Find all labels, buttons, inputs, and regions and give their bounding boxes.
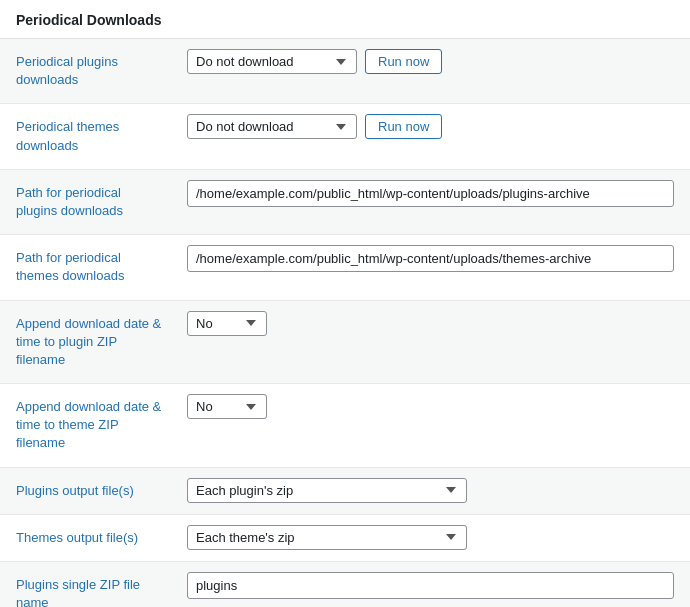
label-periodical-themes-downloads: Periodical themes downloads [0,104,175,168]
settings-row-themes-output-files: Themes output file(s)Each theme's zipSin… [0,515,690,562]
content-path-themes-downloads [175,235,690,282]
content-plugins-single-zip-name [175,562,690,607]
label-path-themes-downloads: Path for periodical themes downloads [0,235,175,299]
run-now-button-periodical-themes-downloads[interactable]: Run now [365,114,442,139]
select-periodical-themes-downloads[interactable]: Do not downloadDailyWeeklyMonthly [187,114,357,139]
select-plugins-output-files[interactable]: Each plugin's zipSingle ZIP fileBoth [187,478,467,503]
content-append-date-plugin: NoYes [175,301,690,346]
label-themes-output-files: Themes output file(s) [0,515,175,561]
label-plugins-single-zip-name: Plugins single ZIP file name [0,562,175,607]
content-path-plugins-downloads [175,170,690,217]
label-append-date-theme: Append download date & time to theme ZIP… [0,384,175,467]
input-plugins-single-zip-name[interactable] [187,572,674,599]
content-append-date-theme: NoYes [175,384,690,429]
select-periodical-plugins-downloads[interactable]: Do not downloadDailyWeeklyMonthly [187,49,357,74]
run-now-button-periodical-plugins-downloads[interactable]: Run now [365,49,442,74]
settings-row-periodical-themes-downloads: Periodical themes downloadsDo not downlo… [0,104,690,169]
label-path-plugins-downloads: Path for periodical plugins downloads [0,170,175,234]
label-append-date-plugin: Append download date & time to plugin ZI… [0,301,175,384]
content-periodical-plugins-downloads: Do not downloadDailyWeeklyMonthlyRun now [175,39,690,84]
input-path-plugins-downloads[interactable] [187,180,674,207]
content-plugins-output-files: Each plugin's zipSingle ZIP fileBoth [175,468,690,513]
content-periodical-themes-downloads: Do not downloadDailyWeeklyMonthlyRun now [175,104,690,149]
page-heading: Periodical Downloads [0,0,690,39]
settings-container: Periodical Downloads Periodical plugins … [0,0,690,607]
settings-row-plugins-single-zip-name: Plugins single ZIP file name [0,562,690,607]
label-plugins-output-files: Plugins output file(s) [0,468,175,514]
select-append-date-theme[interactable]: NoYes [187,394,267,419]
settings-row-append-date-theme: Append download date & time to theme ZIP… [0,384,690,468]
input-path-themes-downloads[interactable] [187,245,674,272]
settings-row-append-date-plugin: Append download date & time to plugin ZI… [0,301,690,385]
content-themes-output-files: Each theme's zipSingle ZIP fileBoth [175,515,690,560]
settings-row-path-plugins-downloads: Path for periodical plugins downloads [0,170,690,235]
settings-row-plugins-output-files: Plugins output file(s)Each plugin's zipS… [0,468,690,515]
settings-row-path-themes-downloads: Path for periodical themes downloads [0,235,690,300]
label-periodical-plugins-downloads: Periodical plugins downloads [0,39,175,103]
select-append-date-plugin[interactable]: NoYes [187,311,267,336]
select-themes-output-files[interactable]: Each theme's zipSingle ZIP fileBoth [187,525,467,550]
settings-row-periodical-plugins-downloads: Periodical plugins downloadsDo not downl… [0,39,690,104]
